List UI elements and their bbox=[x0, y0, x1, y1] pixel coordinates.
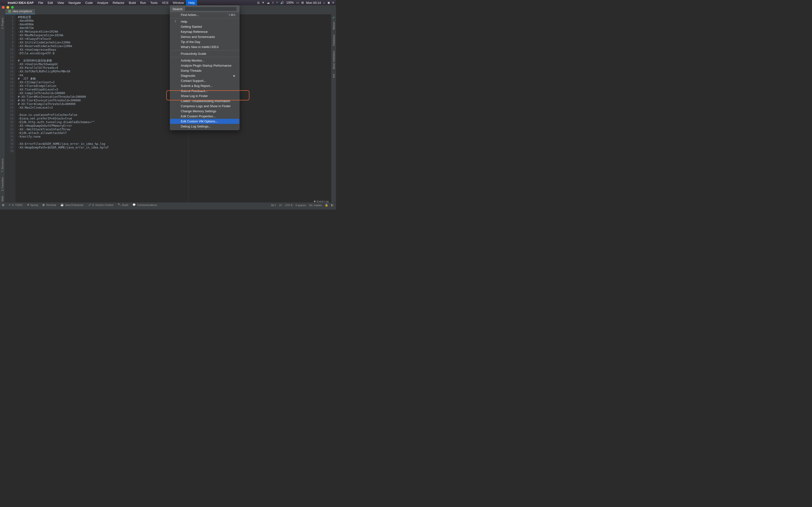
menu-edit[interactable]: Edit bbox=[45, 0, 55, 5]
wechat-icon[interactable]: ☁ bbox=[267, 1, 270, 4]
status-bar: 38:1 LF UTF-8 4 spaces Git: master 🔒 ◧ bbox=[271, 204, 334, 207]
help-whatsnew[interactable]: What's New in IntelliJ IDEA bbox=[170, 44, 239, 50]
inspector-icon[interactable]: ◧ bbox=[331, 204, 334, 207]
help-feedback[interactable]: Submit Feedback... bbox=[170, 89, 239, 94]
menu-tools[interactable]: Tools bbox=[148, 0, 160, 5]
menu-vcs[interactable]: VCS bbox=[160, 0, 170, 5]
line-separator[interactable]: LF bbox=[279, 204, 282, 207]
tool-javaee-label: Java Enterprise bbox=[65, 204, 83, 207]
control-center-icon[interactable]: ⊞ bbox=[301, 1, 304, 4]
help-activity-label: Activity Monitor... bbox=[181, 59, 204, 62]
menu-analyze[interactable]: Analyze bbox=[95, 0, 110, 5]
help-productivity[interactable]: Productivity Guide bbox=[170, 51, 239, 56]
status-line-bg bbox=[0, 207, 336, 210]
help-analyze-plugin[interactable]: Analyze Plugin Startup Performance bbox=[170, 63, 239, 68]
help-compress[interactable]: Compress Logs and Show in Finder bbox=[170, 104, 239, 109]
question-icon: ? bbox=[174, 20, 176, 23]
help-memory[interactable]: Change Memory Settings bbox=[170, 109, 239, 114]
help-getting-started[interactable]: Getting Started bbox=[170, 24, 239, 29]
indent[interactable]: 4 spaces bbox=[295, 204, 306, 207]
siri-icon[interactable]: ◉ bbox=[327, 1, 330, 4]
help-search-input[interactable] bbox=[185, 7, 237, 11]
editor-tab-active[interactable]: idea.vmoptions bbox=[5, 9, 35, 14]
help-activity[interactable]: Activity Monitor... bbox=[170, 58, 239, 63]
editor[interactable]: 1234567891011121314151617181920212223242… bbox=[5, 14, 331, 204]
help-bug[interactable]: Submit a Bug Report... bbox=[170, 83, 239, 89]
clock[interactable]: Mon 00:14 bbox=[306, 1, 321, 5]
help-diagnostic[interactable]: Diagnostic▶ bbox=[170, 73, 239, 78]
menu-view[interactable]: View bbox=[55, 0, 66, 5]
bluetooth-icon[interactable]: ᚼ bbox=[272, 1, 274, 4]
event-log-label: Event Log bbox=[317, 200, 329, 203]
zoom-window-button[interactable] bbox=[11, 6, 14, 9]
tool-database[interactable]: Database bbox=[332, 35, 335, 46]
tool-ant[interactable]: Ant bbox=[332, 74, 335, 78]
lock-icon[interactable]: 🔒 bbox=[325, 204, 328, 207]
tool-maven[interactable]: Maven bbox=[332, 22, 335, 30]
menu-navigate[interactable]: Navigate bbox=[66, 0, 83, 5]
tool-vcs[interactable]: ⎇ 9: Version Control bbox=[88, 203, 113, 207]
help-whatsnew-label: What's New in IntelliJ IDEA bbox=[181, 45, 219, 49]
close-window-button[interactable] bbox=[2, 6, 5, 9]
menu-window[interactable]: Window bbox=[170, 0, 186, 5]
menu-run[interactable]: Run bbox=[138, 0, 148, 5]
tool-javaee[interactable]: ☕ Java Enterprise bbox=[60, 203, 83, 207]
minimize-window-button[interactable] bbox=[6, 6, 9, 9]
git-branch[interactable]: Git: master bbox=[309, 204, 322, 207]
help-tip[interactable]: Tip of the Day bbox=[170, 39, 239, 44]
help-keymap[interactable]: Keymap Reference bbox=[170, 29, 239, 34]
menu-code[interactable]: Code bbox=[83, 0, 95, 5]
tool-project[interactable]: 1: Project bbox=[1, 18, 4, 29]
tool-build[interactable]: 🔨 Build bbox=[118, 203, 128, 207]
help-dump[interactable]: Dump Threads bbox=[170, 68, 239, 73]
help-debug-log[interactable]: Debug Log Settings... bbox=[170, 124, 239, 129]
list-icon[interactable]: ≡ bbox=[332, 1, 334, 4]
help-help[interactable]: ?Help bbox=[170, 19, 239, 24]
help-tip-label: Tip of the Day bbox=[181, 40, 200, 44]
help-custom-props[interactable]: Edit Custom Properties... bbox=[170, 114, 239, 119]
airdrop-icon[interactable]: ✈ bbox=[262, 1, 264, 4]
encoding[interactable]: UTF-8 bbox=[285, 204, 292, 207]
tool-spring[interactable]: ❀ Spring bbox=[27, 203, 38, 207]
help-analyze-plugin-label: Analyze Plugin Startup Performance bbox=[181, 64, 232, 67]
menu-help[interactable]: Help bbox=[186, 0, 197, 5]
volume-icon[interactable]: 🔊 bbox=[280, 1, 284, 4]
event-log-button[interactable]: ◆ Event Log bbox=[314, 200, 329, 203]
help-contact[interactable]: Contact Support... bbox=[170, 78, 239, 83]
menu-refactor[interactable]: Refactor bbox=[110, 0, 126, 5]
line-number-gutter: 1234567891011121314151617181920212223242… bbox=[5, 14, 15, 204]
spotlight-icon[interactable]: ⌕ bbox=[323, 1, 325, 4]
help-search-label: Search bbox=[172, 7, 183, 11]
help-menu-dropdown: Search Find Action... ⇧⌘A ?Help Getting … bbox=[170, 5, 240, 130]
app-name[interactable]: IntelliJ IDEA-EAP bbox=[5, 1, 36, 5]
wifi-icon[interactable]: ⌔ bbox=[276, 1, 278, 4]
tool-comm[interactable]: 💬 Communications bbox=[133, 203, 157, 207]
window-controls bbox=[0, 5, 336, 9]
tool-web[interactable]: Web bbox=[1, 196, 4, 201]
menu-build[interactable]: Build bbox=[126, 0, 138, 5]
help-custom-vm[interactable]: Edit Custom VM Options... bbox=[170, 119, 239, 124]
battery-icon[interactable]: ▭ bbox=[296, 1, 299, 4]
help-demos[interactable]: Demos and Screencasts bbox=[170, 34, 239, 39]
cursor-position[interactable]: 38:1 bbox=[271, 204, 276, 207]
help-showlog[interactable]: Show Log in Finder bbox=[170, 94, 239, 99]
left-tool-gutter: 1: Project 7: Structure 2: Favorites Web bbox=[0, 14, 5, 204]
help-find-action[interactable]: Find Action... ⇧⌘A bbox=[170, 12, 239, 17]
tool-comm-label: Communications bbox=[137, 204, 157, 207]
tool-structure[interactable]: 7: Structure bbox=[1, 159, 4, 172]
inspection-ok-icon[interactable]: ✔ bbox=[333, 16, 335, 19]
help-contact-label: Contact Support... bbox=[181, 79, 206, 82]
tool-window-icon[interactable]: ▦ bbox=[2, 203, 4, 207]
tool-build-label: Build bbox=[122, 204, 128, 207]
tool-todo[interactable]: ✔ 6: TODO bbox=[9, 203, 23, 207]
help-collect[interactable]: Collect Troubleshooting Information bbox=[170, 99, 239, 104]
tool-bean-validation[interactable]: Bean Validation bbox=[332, 51, 335, 69]
macos-menubar: IntelliJ IDEA-EAP File Edit View Navigat… bbox=[0, 0, 336, 5]
battery-text: 100% bbox=[286, 1, 294, 4]
tool-favorites[interactable]: 2: Favorites bbox=[1, 177, 4, 191]
tab-label: idea.vmoptions bbox=[12, 10, 32, 13]
help-find-action-label: Find Action... bbox=[181, 13, 199, 17]
notification-icon[interactable]: ◎ bbox=[257, 1, 260, 4]
tool-terminal[interactable]: ▣ Terminal bbox=[42, 203, 56, 207]
menu-file[interactable]: File bbox=[36, 0, 45, 5]
